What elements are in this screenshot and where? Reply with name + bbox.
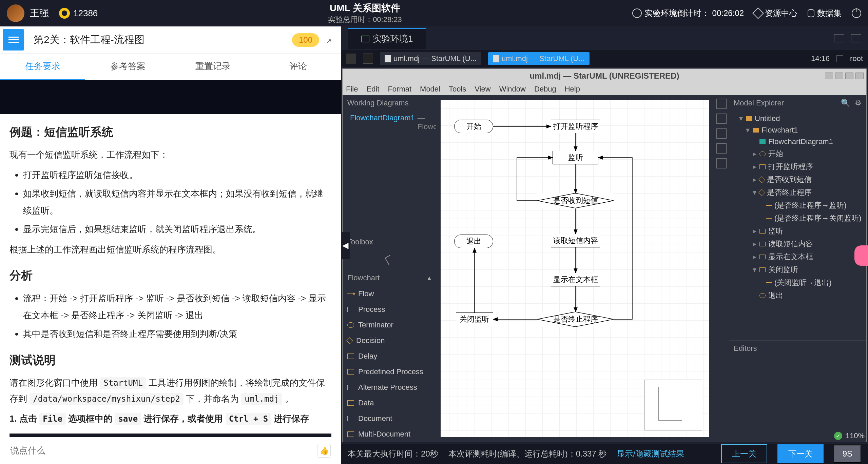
toggle-results-link[interactable]: 显示/隐藏测试结果 [617,448,684,459]
tree-item[interactable]: ▸监听 [732,225,863,238]
working-diagram-item[interactable]: FlowchartDiagram1 — Flowch... [343,111,436,134]
shape-term[interactable]: 是否终止程序 [537,312,614,327]
cube-icon [752,7,764,19]
shape-close[interactable]: 关闭监听 [456,312,493,326]
tab-requirements[interactable]: 任务要求 [0,54,85,80]
taskbar-item-active[interactable]: uml.mdj — StarUML (U... [488,52,590,65]
env-tab[interactable]: 实验环境1 [348,28,426,49]
chevron-up-icon: ▴ [427,274,431,282]
tree-diagram[interactable]: FlowchartDiagram1 [732,136,863,147]
tree-item[interactable]: 退出 [732,289,863,302]
window-icon[interactable] [363,54,373,64]
tree-item[interactable]: ▸显示在文本框 [732,250,863,263]
feedback-fab[interactable] [854,245,868,266]
menu-tools[interactable]: Tools [449,85,466,94]
app-launcher-icon[interactable] [346,54,356,64]
shape-read[interactable]: 读取短信内容 [551,234,600,247]
iconbar-grid-icon[interactable] [716,114,727,124]
prev-button[interactable]: 上一关 [721,444,767,463]
tree-flowchart[interactable]: ▾Flowchart1 [732,124,863,136]
stat-button[interactable]: 9S [834,445,861,463]
shape-recv[interactable]: 是否收到短信 [537,193,614,208]
power-icon[interactable] [852,8,861,18]
app-subtitle: 实验总用时：00:28:23 [328,15,402,25]
menu-button[interactable] [3,29,24,51]
taskbar-item[interactable]: uml.mdj — StarUML (U... [380,52,481,65]
thumbs-up-button[interactable]: 👍 [317,444,331,458]
tree-item[interactable]: ▾是否终止程序 [732,186,863,199]
window-pin-icon[interactable] [825,73,833,79]
window-maximize-icon[interactable] [845,73,853,79]
tree-item[interactable]: ▾关闭监听 [732,263,863,276]
content-area: 例题：短信监听系统 现有一个短信监听系统，工作流程如下： 打开监听程序监听短信接… [0,80,341,437]
menu-window[interactable]: Window [499,85,526,94]
tree-item[interactable]: ▸开始 [732,147,863,160]
search-icon[interactable]: 🔍 [841,99,850,107]
analysis-item: 流程：开始 -> 打开监听程序 -> 监听 -> 是否收到短信 -> 读取短信内… [23,290,331,324]
toolbox-icon[interactable] [834,34,844,42]
avatar[interactable] [7,4,24,22]
tree-item[interactable]: ▸是否收到短信 [732,173,863,186]
toolbox-terminator[interactable]: Terminator [343,317,436,333]
tree-item[interactable]: ▸读取短信内容 [732,238,863,250]
file-icon [385,55,391,62]
tab-reset[interactable]: 重置记录 [171,54,256,80]
window-close-icon[interactable] [855,73,864,79]
window-minimize-icon[interactable] [835,73,843,79]
decision-icon [758,176,765,183]
tree-link[interactable]: (关闭监听→退出) [732,276,863,289]
gear-icon[interactable]: ⚙ [855,99,862,107]
menu-view[interactable]: View [475,85,490,94]
iconbar-md-icon[interactable] [716,128,727,139]
expand-icon[interactable] [326,36,334,44]
menu-edit[interactable]: Edit [366,85,379,94]
next-button[interactable]: 下一关 [777,444,824,463]
data-icon [347,400,354,406]
iconbar-move-icon[interactable] [716,143,727,154]
flow-icon [766,282,772,283]
tree-link[interactable]: (是否终止程序→关闭监听) [732,212,863,225]
toolbox-cursor[interactable] [343,250,436,270]
predefined-icon [347,369,354,375]
toolbox-data[interactable]: Data [343,395,436,411]
toolbox-process[interactable]: Process [343,302,436,317]
expand-icon[interactable] [851,34,861,42]
toolbox-document[interactable]: Document [343,411,436,426]
toolbox-alternate[interactable]: Alternate Process [343,380,436,395]
resource-center-link[interactable]: 资源中心 [754,8,797,19]
iconbar-puzzle-icon[interactable] [716,99,727,109]
minimap[interactable] [644,380,702,430]
tree-link[interactable]: (是否终止程序→监听) [732,199,863,212]
canvas[interactable]: 开始 打开监听程序 监听 是否收到短信 退出 读取短信内容 显示在文本框 关闭监… [441,100,709,437]
menu-file[interactable]: File [346,85,358,94]
iconbar-share-icon[interactable] [716,158,727,168]
collapse-handle[interactable]: ◀ [341,232,350,259]
editors-header: Editors [729,340,866,442]
toolbox-multidoc[interactable]: Multi-Document [343,426,436,442]
shape-listen[interactable]: 监听 [553,151,598,164]
shape-start[interactable]: 开始 [454,120,493,133]
comment-input[interactable] [10,445,317,456]
tab-answer[interactable]: 参考答案 [85,54,170,80]
toolbox-flow[interactable]: Flow [343,286,436,302]
step-item: 打开监听程序监听短信接收。 [23,167,331,183]
menu-model[interactable]: Model [420,85,440,94]
toolbox-section-flowchart[interactable]: Flowchart▴ [343,270,436,286]
check-icon: ✓ [834,432,842,440]
tree-item[interactable]: ▸打开监听程序 [732,160,863,173]
tab-comments[interactable]: 评论 [256,54,341,80]
dataset-link[interactable]: 数据集 [808,8,842,19]
menu-debug[interactable]: Debug [534,85,556,94]
toolbox-delay[interactable]: Delay [343,348,436,364]
toolbox-decision[interactable]: Decision [343,333,436,348]
toolbox-predefined[interactable]: Predefined Process [343,364,436,380]
shape-open[interactable]: 打开监听程序 [551,120,600,133]
shape-exit[interactable]: 退出 [454,235,493,248]
menu-format[interactable]: Format [388,85,411,94]
shape-show[interactable]: 显示在文本框 [551,273,600,286]
menu-help[interactable]: Help [565,85,580,94]
zoom-level: 110% [846,431,865,440]
tree-root[interactable]: ▾Untitled [732,113,863,124]
keyboard-icon[interactable] [836,55,843,62]
process-icon [759,229,766,234]
